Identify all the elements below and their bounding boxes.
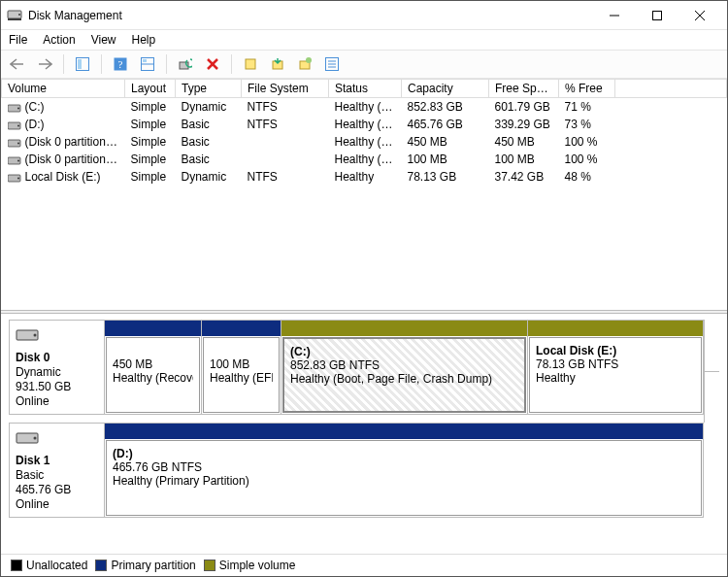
- mount-icon[interactable]: [267, 53, 288, 75]
- vol-name: (C:): [25, 100, 45, 114]
- vol-layout: Simple: [125, 98, 176, 117]
- vol-fs: NTFS: [242, 98, 329, 117]
- col-volume[interactable]: Volume: [2, 80, 125, 98]
- disk0-partitions: 450 MB Healthy (Recovery Partition) 100 …: [105, 321, 703, 414]
- menu-help[interactable]: Help: [132, 33, 156, 47]
- maximize-button[interactable]: [636, 2, 678, 29]
- volume-list[interactable]: Volume Layout Type File System Status Ca…: [1, 79, 727, 310]
- vol-name: (Disk 0 partition 2): [25, 153, 119, 166]
- col-capacity[interactable]: Capacity: [402, 80, 489, 98]
- disk-graphical-view[interactable]: Disk 0 Dynamic 931.50 GB Online 450 MB H…: [1, 314, 727, 554]
- legend-simple: Simple volume: [204, 559, 296, 572]
- disk-header-1: Disk 1 Basic 465.76 GB Online: [10, 424, 105, 517]
- disk-row-0[interactable]: Disk 0 Dynamic 931.50 GB Online 450 MB H…: [9, 320, 704, 415]
- vol-pct: 48 %: [559, 168, 615, 186]
- delete-icon[interactable]: [202, 53, 223, 75]
- vol-free: 100 MB: [489, 151, 559, 168]
- extend-volume-icon[interactable]: [294, 53, 315, 75]
- col-status[interactable]: Status: [329, 80, 402, 98]
- minimize-button[interactable]: [593, 2, 636, 29]
- partition-efi[interactable]: 100 MB Healthy (EFI System Partition): [202, 321, 281, 414]
- partition-e[interactable]: Local Disk (E:) 78.13 GB NTFS Healthy: [528, 321, 703, 414]
- drive-icon: [8, 155, 21, 165]
- vol-type: Basic: [176, 133, 242, 151]
- back-button[interactable]: [7, 53, 28, 75]
- vol-layout: Simple: [125, 116, 176, 133]
- vol-fs: [242, 133, 329, 151]
- vol-fs: NTFS: [242, 116, 329, 133]
- table-header-row: Volume Layout Type File System Status Ca…: [2, 80, 727, 98]
- svg-point-34: [17, 177, 19, 179]
- show-hide-console-tree-icon[interactable]: [72, 53, 93, 75]
- col-layout[interactable]: Layout: [125, 80, 176, 98]
- part-size: 100 MB: [210, 357, 273, 371]
- vol-name: (Disk 0 partition 1): [25, 135, 119, 149]
- table-row[interactable]: (Disk 0 partition 1)SimpleBasicHealthy (…: [2, 133, 727, 151]
- svg-rect-1: [8, 18, 21, 20]
- part-name: (D:): [113, 447, 133, 460]
- svg-point-28: [17, 124, 19, 126]
- disk1-kind: Basic: [16, 468, 98, 482]
- menubar: File Action View Help: [1, 30, 727, 50]
- vol-name: Local Disk (E:): [25, 170, 101, 184]
- partition-c[interactable]: (C:) 852.83 GB NTFS Healthy (Boot, Page …: [281, 321, 528, 414]
- stripe-primary: [105, 424, 703, 439]
- vol-cap: 450 MB: [402, 133, 489, 151]
- vol-free: 37.42 GB: [489, 168, 559, 186]
- titlebar: Disk Management: [1, 1, 727, 30]
- vol-type: Basic: [176, 151, 242, 168]
- part-status: Healthy (Boot, Page File, Crash Dump): [290, 372, 518, 386]
- menu-file[interactable]: File: [9, 33, 27, 47]
- properties-icon[interactable]: [321, 53, 343, 75]
- table-row[interactable]: Local Disk (E:)SimpleDynamicNTFSHealthy7…: [2, 168, 727, 186]
- disk-row-1[interactable]: Disk 1 Basic 465.76 GB Online (D:) 465.7…: [9, 423, 704, 518]
- vol-cap: 78.13 GB: [402, 168, 489, 186]
- col-filesystem[interactable]: File System: [242, 80, 329, 98]
- col-type[interactable]: Type: [176, 80, 242, 98]
- vol-status: Healthy (B...: [329, 98, 402, 117]
- scroll-stub[interactable]: [704, 320, 719, 423]
- part-size: 465.76 GB NTFS: [113, 460, 695, 474]
- hdd-icon: [16, 429, 39, 447]
- vol-layout: Simple: [125, 133, 176, 151]
- settings-top-bottom-icon[interactable]: [137, 53, 158, 75]
- separator: [231, 54, 232, 74]
- table-row[interactable]: (D:)SimpleBasicNTFSHealthy (P...465.76 G…: [2, 116, 727, 133]
- menu-action[interactable]: Action: [43, 33, 75, 47]
- disk1-partitions: (D:) 465.76 GB NTFS Healthy (Primary Par…: [105, 424, 703, 517]
- partition-recovery[interactable]: 450 MB Healthy (Recovery Partition): [105, 321, 202, 414]
- vol-cap: 465.76 GB: [402, 116, 489, 133]
- close-button[interactable]: [678, 2, 721, 29]
- col-freespace[interactable]: Free Spa...: [489, 80, 559, 98]
- part-status: Healthy (EFI System Partition): [210, 371, 273, 385]
- part-size: 450 MB: [113, 357, 193, 371]
- vol-pct: 100 %: [559, 133, 615, 151]
- svg-point-2: [18, 14, 20, 16]
- vol-cap: 852.83 GB: [402, 98, 489, 117]
- svg-text:?: ?: [118, 58, 123, 70]
- vol-fs: [242, 151, 329, 168]
- window-title: Disk Management: [28, 9, 593, 22]
- svg-point-32: [17, 159, 19, 161]
- table-row[interactable]: (C:)SimpleDynamicNTFSHealthy (B...852.83…: [2, 98, 727, 117]
- col-spacer: [615, 80, 727, 98]
- disk0-kind: Dynamic: [16, 365, 98, 379]
- partition-d[interactable]: (D:) 465.76 GB NTFS Healthy (Primary Par…: [105, 424, 703, 517]
- col-pctfree[interactable]: % Free: [559, 80, 615, 98]
- part-size: 852.83 GB NTFS: [290, 358, 518, 372]
- svg-point-20: [306, 57, 312, 63]
- svg-rect-4: [653, 11, 662, 19]
- app-icon: [7, 8, 22, 23]
- vol-status: Healthy (P...: [329, 116, 402, 133]
- refresh-icon[interactable]: [175, 53, 196, 75]
- new-volume-icon[interactable]: [240, 53, 261, 75]
- stripe-primary: [202, 321, 281, 336]
- help-icon[interactable]: ?: [110, 53, 131, 75]
- menu-view[interactable]: View: [91, 33, 116, 47]
- forward-button[interactable]: [34, 53, 55, 75]
- vol-free: 601.79 GB: [489, 98, 559, 117]
- table-row[interactable]: (Disk 0 partition 2)SimpleBasicHealthy (…: [2, 151, 727, 168]
- separator: [63, 54, 64, 74]
- separator: [101, 54, 102, 74]
- stripe-simple: [281, 321, 527, 336]
